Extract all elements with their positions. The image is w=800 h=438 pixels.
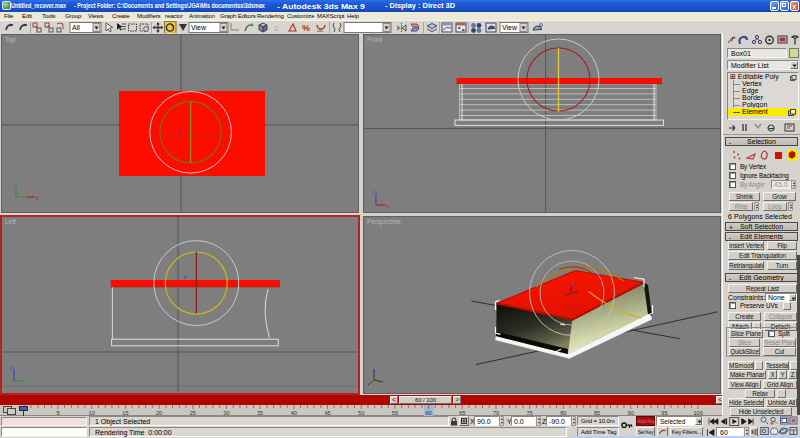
svg-text:z: z bbox=[10, 365, 13, 371]
svg-text:View: View bbox=[502, 24, 518, 31]
svg-text:%: % bbox=[302, 23, 310, 33]
svg-text:y: y bbox=[12, 181, 15, 187]
svg-text:x: x bbox=[36, 195, 39, 201]
svg-text:View: View bbox=[191, 24, 207, 31]
svg-text:y: y bbox=[25, 379, 28, 385]
svg-text:2: 2 bbox=[274, 24, 279, 33]
svg-text:x: x bbox=[387, 203, 390, 209]
svg-text:All: All bbox=[72, 24, 80, 31]
svg-text:z: z bbox=[184, 274, 187, 280]
svg-text:z: z bbox=[372, 189, 375, 195]
